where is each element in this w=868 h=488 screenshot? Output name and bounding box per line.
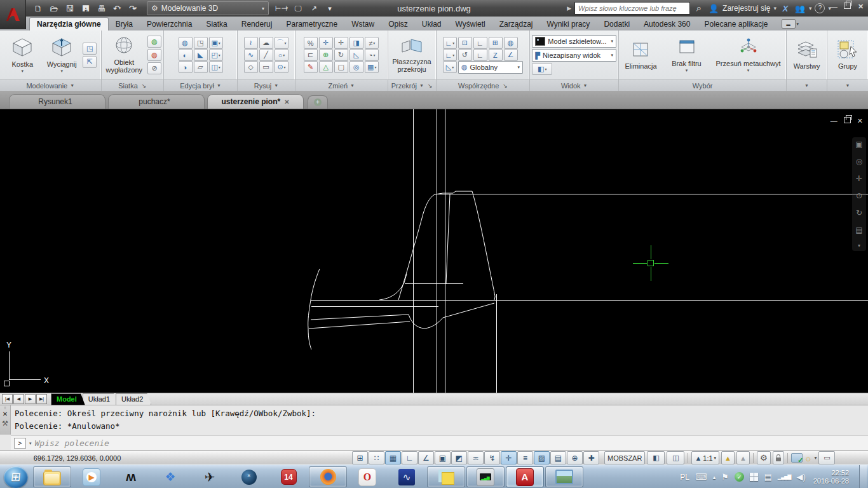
transparency-toggle[interactable]: ▨ (534, 451, 550, 464)
language-indicator[interactable]: PL (680, 473, 689, 482)
security-tray-icon[interactable]: ✓ (735, 472, 744, 482)
quick-properties-toggle[interactable]: ▤ (550, 451, 566, 464)
solid-union-icon[interactable]: ◍ (179, 37, 193, 49)
panel-label-modelowanie[interactable]: Modelowanie▼ (0, 79, 101, 91)
layout-tab[interactable]: Model (51, 393, 85, 405)
filter-button[interactable]: Brak filtru ▾ (668, 36, 705, 74)
view-cube-button[interactable]: ◧▾ (532, 63, 552, 75)
selection-cycling-toggle[interactable]: ⊕ (567, 451, 583, 464)
array-icon[interactable]: ▦▾ (365, 61, 379, 73)
flip-icon[interactable]: ⊏ (304, 49, 318, 61)
presspull-icon[interactable]: ⇱ (83, 56, 97, 68)
panel-label-przekroj[interactable]: Przekrój▼↘ (388, 79, 436, 91)
performance-icon[interactable]: ☼ (804, 453, 813, 463)
navbar-orbit-icon[interactable]: ↻ (856, 208, 862, 217)
taskbar-firefox[interactable] (309, 466, 347, 487)
section-plane-button[interactable]: Płaszczyzna przekroju (389, 36, 435, 74)
shell-icon[interactable]: ◰▾ (209, 49, 223, 61)
arrow-tool-icon[interactable]: ↗ (306, 2, 320, 15)
solid-intersect-icon[interactable]: ◑ (179, 61, 193, 73)
taskbar-flight-sim-app[interactable]: ✈ (191, 466, 229, 487)
fillet-icon[interactable]: ◔▾ (365, 49, 379, 61)
plot-status-icon[interactable] (791, 453, 803, 463)
osnap-toggle[interactable]: ▣ (435, 451, 451, 464)
gizmo-button[interactable]: Przesuń metauchwyt ▾ (714, 36, 783, 74)
panel-launcher-icon[interactable]: ↘ (428, 83, 433, 89)
annotation-visibility-button[interactable]: ▲ (721, 451, 735, 464)
ellipse-icon[interactable]: ⊙▾ (275, 61, 288, 73)
visual-style-dropdown[interactable]: Model szkieletow... ▾ (532, 35, 616, 48)
box-button[interactable]: Kostka ▾ (4, 36, 41, 75)
command-input-row[interactable]: > ▾ Wpisz polecenie (11, 435, 868, 451)
apps-caret-icon[interactable]: ▾ (809, 5, 812, 11)
viewport-restore-button[interactable] (844, 117, 851, 125)
polar-toggle[interactable]: ∠ (418, 451, 434, 464)
layout-nav-last[interactable]: ▶| (36, 394, 47, 404)
quick-view-layouts-icon[interactable]: ◧ (647, 451, 665, 464)
taper-face-icon[interactable]: ◣ (194, 49, 208, 61)
move-icon[interactable]: ✛ (334, 37, 348, 49)
drag-handle-icon[interactable]: ⠿ (4, 407, 7, 409)
ribbon-tab[interactable]: Parametryczne (279, 18, 344, 30)
command-recent-caret-icon[interactable]: ▾ (29, 441, 32, 446)
workspace-switch-button[interactable]: ⚙ (757, 451, 771, 464)
polygon-icon[interactable]: ◇ (244, 61, 258, 73)
clock[interactable]: 22:52 2016-06-28 (813, 469, 849, 485)
file-tab[interactable]: Rysunek1 (9, 94, 105, 109)
ucs-object-icon[interactable]: ◺▾ (443, 61, 457, 73)
panel-label-rysuj[interactable]: Rysuj▼ (238, 79, 295, 91)
taskbar-eagle-app[interactable]: ʍ (112, 466, 150, 487)
drawing-viewport[interactable]: Y X — ✕ ▣◎✛⊙↻▤ ▾ (0, 109, 868, 393)
ucs-named-icon[interactable]: ⊞ (489, 37, 503, 49)
ucs-3point-icon[interactable]: ∠ (504, 49, 518, 61)
file-tab[interactable]: usterzenie pion*✕ (207, 94, 304, 109)
save-icon[interactable]: 🖫 (62, 2, 76, 15)
culling-button[interactable]: Eliminacja (623, 39, 660, 71)
ribbon-tab[interactable]: Układ (415, 18, 449, 30)
restore-button[interactable] (843, 3, 852, 11)
scale-icon[interactable]: ▢ (334, 61, 348, 73)
smooth-object-button[interactable]: Obiekt wygładzony (104, 35, 145, 75)
panel-launcher-icon[interactable]: ↘ (503, 83, 508, 89)
auto-annotate-button[interactable]: ▲ (736, 451, 750, 464)
coordinates-display[interactable]: 696.1729, 129.6036, 0.0000 (22, 453, 133, 463)
autodesk-apps-icon[interactable]: 👥 (794, 4, 806, 13)
quick-view-drawings-icon[interactable]: ◫ (667, 451, 684, 464)
ribbon-tab[interactable]: Wstaw (344, 18, 381, 30)
file-tab-close-icon[interactable]: ✕ (284, 98, 289, 105)
taskbar-autocad[interactable] (506, 466, 544, 487)
panel-label-edycja-bryl[interactable]: Edycja brył▼ (164, 79, 237, 91)
close-button[interactable]: ✕ (856, 3, 865, 11)
clean-screen-button[interactable]: ▭ (818, 451, 835, 464)
polysolid-icon[interactable]: ◳ (83, 43, 97, 55)
taskbar-app-14[interactable]: 14 (269, 466, 308, 487)
model-paper-toggle[interactable]: MOBSZAR (604, 451, 645, 464)
search-icon[interactable]: ⌕ (693, 3, 705, 14)
named-view-dropdown[interactable]: ▛ Niezapisany widok ▾ (532, 49, 616, 62)
infocenter-collapse-icon[interactable]: ▶ (567, 5, 571, 11)
help-icon[interactable]: ? (815, 3, 825, 13)
imprint-icon[interactable]: ◫▾ (209, 61, 223, 73)
rectangle-icon[interactable]: ▭ (259, 61, 273, 73)
mirror-icon[interactable]: ◺ (349, 49, 363, 61)
network-signal-icon[interactable]: ▁▃▅▇ (778, 474, 791, 480)
stretch-icon[interactable]: % (304, 37, 318, 49)
taskbar-snipping-tool[interactable] (545, 466, 583, 487)
ribbon-tab[interactable]: Renderuj (234, 18, 280, 30)
ucs-view-icon[interactable]: ⊡ (458, 37, 472, 49)
ribbon-tab[interactable]: Narzędzia główne (29, 17, 109, 30)
taskbar-globe-app[interactable]: ＊ (230, 466, 268, 487)
exchange-apps-icon[interactable]: X (780, 4, 791, 13)
3d-align-icon[interactable]: △ (319, 61, 333, 73)
ribbon-tab[interactable]: Wyniki pracy (539, 18, 597, 30)
offset-icon[interactable]: ◎ (349, 61, 363, 73)
copy-icon[interactable]: ◨ (349, 37, 363, 49)
layout-nav-first[interactable]: |◀ (2, 394, 13, 404)
plot-icon[interactable]: 🖶 (94, 2, 108, 15)
ribbon-tab[interactable]: Autodesk 360 (637, 18, 697, 30)
volume-icon[interactable]: ◀) (796, 472, 805, 482)
ucs-axis-icon[interactable]: ∟ (473, 37, 487, 49)
panel-label-siatka[interactable]: Siatka↘ (102, 79, 163, 91)
panel-launcher-icon[interactable]: ↘ (142, 83, 147, 89)
new-drawing-tab-button[interactable]: + (308, 95, 328, 109)
